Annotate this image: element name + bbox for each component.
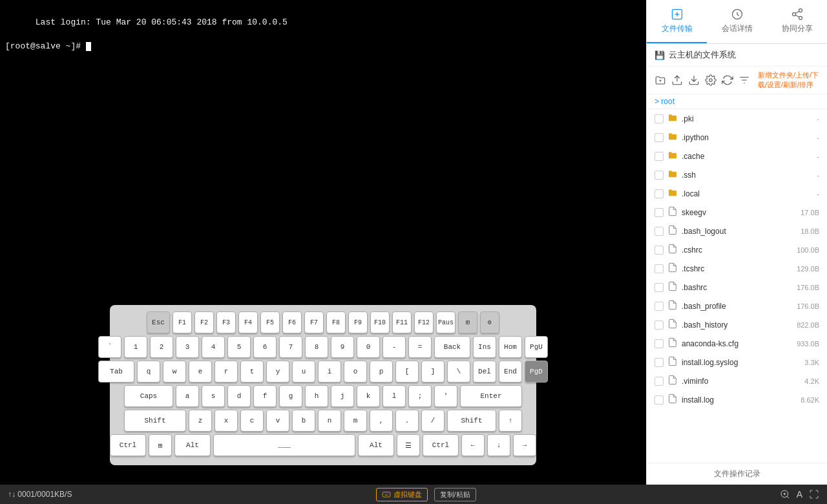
key-semicolon[interactable]: ; <box>408 385 432 407</box>
key-esc[interactable]: Esc <box>147 311 170 333</box>
download-btn[interactable] <box>688 72 700 88</box>
tab-file-transfer[interactable]: 文件传输 <box>647 0 707 43</box>
virtual-keyboard[interactable]: Esc F1 F2 F3 F4 F5 F6 F7 F8 F9 F10 F11 F… <box>110 305 536 465</box>
key-1[interactable]: 1 <box>124 336 147 358</box>
key-settings[interactable]: ⚙ <box>480 311 499 333</box>
key-u[interactable]: u <box>292 361 315 383</box>
copy-paste-btn[interactable]: 复制/粘贴 <box>434 488 476 501</box>
key-pgup[interactable]: PgU <box>525 336 548 358</box>
terminal-area[interactable]: Last login: Tue Mar 20 06:05:43 2018 fro… <box>0 0 646 485</box>
key-p[interactable]: p <box>370 361 393 383</box>
key-y[interactable]: y <box>266 361 289 383</box>
key-k[interactable]: k <box>357 385 380 407</box>
key-pgdown[interactable]: PgD <box>525 361 548 383</box>
list-item[interactable]: .bashrc176.0B <box>647 278 827 297</box>
key-f5[interactable]: F5 <box>260 311 280 333</box>
key-caps[interactable]: Caps <box>124 385 173 407</box>
key-pause[interactable]: Paus <box>436 311 455 333</box>
file-checkbox[interactable] <box>654 114 664 123</box>
key-rbracket[interactable]: ] <box>421 361 445 383</box>
key-f9[interactable]: F9 <box>348 311 368 333</box>
file-checkbox[interactable] <box>654 171 664 180</box>
key-v[interactable]: v <box>266 410 289 432</box>
key-equals[interactable]: = <box>408 336 432 358</box>
list-item[interactable]: anaconda-ks.cfg933.0B <box>647 334 827 353</box>
key-slash[interactable]: / <box>421 410 445 432</box>
key-f3[interactable]: F3 <box>216 311 236 333</box>
file-checkbox[interactable] <box>654 208 664 217</box>
key-enter[interactable]: Enter <box>460 385 522 407</box>
file-checkbox[interactable] <box>654 133 664 142</box>
key-4[interactable]: 4 <box>202 336 225 358</box>
list-item[interactable]: .local- <box>647 184 827 203</box>
key-d[interactable]: d <box>227 385 251 407</box>
key-quote[interactable]: ' <box>434 385 457 407</box>
list-item[interactable]: .bash_logout18.0B <box>647 222 827 240</box>
key-f8[interactable]: F8 <box>326 311 346 333</box>
key-z[interactable]: z <box>189 410 212 432</box>
key-f10[interactable]: F10 <box>370 311 390 333</box>
list-item[interactable]: .ipython- <box>647 128 827 147</box>
key-space[interactable]: ___ <box>213 434 355 456</box>
key-ctrl-left[interactable]: Ctrl <box>110 434 146 456</box>
key-g[interactable]: g <box>279 385 302 407</box>
key-5[interactable]: 5 <box>227 336 251 358</box>
key-shift-left[interactable]: Shift <box>124 410 186 432</box>
key-9[interactable]: 9 <box>331 336 354 358</box>
key-down[interactable]: ↓ <box>487 434 510 456</box>
file-checkbox[interactable] <box>654 395 664 404</box>
file-checkbox[interactable] <box>654 264 664 273</box>
key-lbracket[interactable]: [ <box>395 361 419 383</box>
key-7[interactable]: 7 <box>279 336 302 358</box>
file-checkbox[interactable] <box>654 246 664 255</box>
list-item[interactable]: .bash_profile176.0B <box>647 297 827 315</box>
key-menu[interactable]: ☰ <box>397 434 420 456</box>
key-backspace[interactable]: Back <box>434 336 470 358</box>
key-tab[interactable]: Tab <box>98 361 134 383</box>
key-0[interactable]: 0 <box>357 336 380 358</box>
key-win1[interactable]: ⊞ <box>458 311 477 333</box>
file-checkbox[interactable] <box>654 152 664 161</box>
list-item[interactable]: .tcshrc129.0B <box>647 259 827 278</box>
list-item[interactable]: .pki- <box>647 109 827 128</box>
key-left[interactable]: ← <box>461 434 485 456</box>
key-s[interactable]: s <box>202 385 225 407</box>
file-checkbox[interactable] <box>654 302 664 311</box>
settings-btn[interactable] <box>705 72 717 88</box>
key-o[interactable]: o <box>344 361 367 383</box>
key-f7[interactable]: F7 <box>304 311 324 333</box>
list-item[interactable]: install.log8.62K <box>647 390 827 409</box>
key-home[interactable]: Hom <box>499 336 522 358</box>
key-minus[interactable]: - <box>382 336 406 358</box>
key-r[interactable]: r <box>215 361 238 383</box>
list-item[interactable]: .bash_history822.0B <box>647 315 827 334</box>
key-b[interactable]: b <box>292 410 315 432</box>
key-t[interactable]: t <box>240 361 264 383</box>
file-checkbox[interactable] <box>654 283 664 292</box>
key-del[interactable]: Del <box>473 361 496 383</box>
key-win2[interactable]: ⊞ <box>149 434 172 456</box>
key-6[interactable]: 6 <box>253 336 277 358</box>
key-f[interactable]: f <box>253 385 277 407</box>
key-ctrl-right[interactable]: Ctrl <box>423 434 459 456</box>
key-a[interactable]: a <box>176 385 199 407</box>
refresh-btn[interactable] <box>722 72 733 88</box>
key-m[interactable]: m <box>344 410 367 432</box>
key-8[interactable]: 8 <box>305 336 328 358</box>
key-f12[interactable]: F12 <box>414 311 434 333</box>
key-h[interactable]: h <box>305 385 328 407</box>
key-w[interactable]: w <box>163 361 186 383</box>
key-c[interactable]: c <box>240 410 264 432</box>
list-item[interactable]: skeegv17.0B <box>647 203 827 222</box>
list-item[interactable]: install.log.syslog3.3K <box>647 353 827 372</box>
key-2[interactable]: 2 <box>150 336 173 358</box>
key-f1[interactable]: F1 <box>173 311 192 333</box>
key-q[interactable]: q <box>137 361 160 383</box>
key-x[interactable]: x <box>215 410 238 432</box>
key-up[interactable]: ↑ <box>499 410 522 432</box>
new-folder-btn[interactable] <box>654 72 666 88</box>
list-item[interactable]: .cache- <box>647 147 827 165</box>
sort-btn[interactable] <box>738 72 750 88</box>
key-right[interactable]: → <box>513 434 536 456</box>
file-checkbox[interactable] <box>654 320 664 330</box>
